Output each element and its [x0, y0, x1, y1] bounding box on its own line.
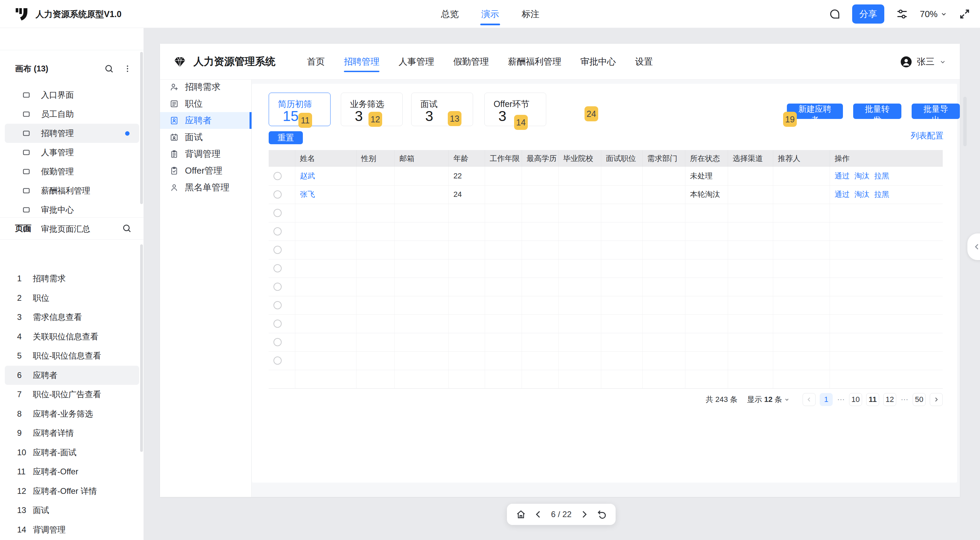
- row-radio[interactable]: [274, 227, 282, 235]
- fullscreen-icon[interactable]: [959, 8, 970, 20]
- next-page-button[interactable]: [930, 393, 943, 406]
- page-item[interactable]: 12应聘者-Offer 详情: [5, 481, 139, 501]
- app-nav-item[interactable]: 假勤管理: [453, 44, 489, 79]
- stat-card[interactable]: 业务筛选312: [341, 93, 402, 126]
- app-sidebar: 招聘需求职位应聘者面试背调管理Offer管理黑名单管理: [160, 79, 251, 497]
- page-item[interactable]: 7职位-职位广告查看: [5, 385, 139, 404]
- next-screen-icon[interactable]: [579, 510, 589, 519]
- stat-card[interactable]: Offer环节314: [484, 93, 546, 126]
- row-action-link[interactable]: 拉黑: [874, 172, 889, 180]
- page-item-label: 应聘者-面试: [33, 447, 76, 458]
- search-icon[interactable]: [122, 223, 132, 233]
- pages-scrollbar[interactable]: [140, 245, 143, 452]
- action-button[interactable]: 批量导出: [912, 103, 960, 119]
- app-sidebar-item[interactable]: 职位: [160, 95, 251, 112]
- more-kebab-icon[interactable]: [123, 64, 132, 73]
- row-radio[interactable]: [274, 283, 282, 291]
- page-button[interactable]: 10: [849, 393, 862, 406]
- canvas-list: 入口界面员工自助招聘管理人事管理假勤管理薪酬福利管理审批中心审批页面汇总: [0, 86, 144, 238]
- candidate-name-link[interactable]: 赵武: [300, 172, 315, 180]
- row-action-link[interactable]: 通过: [835, 172, 850, 180]
- view-tab[interactable]: 总览: [441, 0, 459, 28]
- row-action-link[interactable]: 通过: [835, 190, 850, 199]
- page-item[interactable]: 6应聘者: [5, 366, 139, 385]
- canvas-item[interactable]: 招聘管理: [5, 124, 139, 143]
- page-item[interactable]: 3需求信息查看: [5, 308, 139, 327]
- app-sidebar-item[interactable]: 招聘需求: [160, 79, 251, 95]
- page-item[interactable]: 13面试: [5, 501, 139, 520]
- page-item[interactable]: 1招聘需求: [5, 269, 139, 289]
- row-radio[interactable]: [274, 246, 282, 254]
- canvas-item[interactable]: 入口界面: [5, 86, 139, 105]
- canvas-item-label: 入口界面: [41, 89, 74, 100]
- action-button[interactable]: 新建应聘者19: [787, 103, 843, 119]
- user-menu[interactable]: 张三: [900, 44, 946, 79]
- page-button[interactable]: 1: [820, 393, 833, 406]
- page-size-select[interactable]: 显示 12 条: [747, 394, 790, 405]
- row-radio[interactable]: [274, 209, 282, 217]
- app-sidebar-item[interactable]: 背调管理: [160, 146, 251, 162]
- app-sidebar-item[interactable]: 应聘者: [160, 112, 251, 129]
- settings-sliders-icon[interactable]: [896, 8, 908, 20]
- canvas-item[interactable]: 审批中心: [5, 200, 139, 219]
- page-item[interactable]: 14背调管理: [5, 520, 139, 540]
- canvas-item[interactable]: 假勤管理: [5, 162, 139, 181]
- page-item[interactable]: 10应聘者-面试: [5, 443, 139, 462]
- table-row-empty: [269, 296, 943, 314]
- row-radio[interactable]: [274, 319, 282, 328]
- page-number: 12: [17, 486, 33, 496]
- reset-button[interactable]: 重置: [269, 131, 303, 144]
- view-tab[interactable]: 标注: [522, 0, 539, 28]
- page-item[interactable]: 9应聘者详情: [5, 424, 139, 443]
- row-radio[interactable]: [274, 191, 282, 199]
- app-sidebar-item[interactable]: 黑名单管理: [160, 179, 251, 196]
- view-tab[interactable]: 演示: [481, 0, 499, 28]
- app-sidebar-item[interactable]: 面试: [160, 129, 251, 146]
- row-action-link[interactable]: 淘汰: [854, 190, 870, 199]
- page-item[interactable]: 11应聘者-Offer: [5, 462, 139, 481]
- app-nav-item[interactable]: 薪酬福利管理: [508, 44, 561, 79]
- stat-card[interactable]: 简历初筛1511: [269, 93, 331, 126]
- row-radio[interactable]: [274, 172, 282, 180]
- zoom-control[interactable]: 70%: [920, 9, 947, 19]
- restart-icon[interactable]: [597, 509, 607, 519]
- row-action-link[interactable]: 淘汰: [854, 172, 870, 180]
- app-nav-item[interactable]: 首页: [307, 44, 325, 79]
- list-config-link[interactable]: 列表配置: [911, 130, 943, 141]
- row-action-link[interactable]: 拉黑: [874, 190, 889, 199]
- chevron-down-icon: [940, 11, 947, 17]
- stat-card[interactable]: 面试313: [411, 93, 473, 126]
- row-radio[interactable]: [274, 356, 282, 365]
- share-button[interactable]: 分享: [852, 5, 884, 24]
- status-cell: 未处理: [685, 167, 728, 185]
- row-radio[interactable]: [274, 338, 282, 346]
- app-nav-item[interactable]: 设置: [635, 44, 653, 79]
- canvas-item[interactable]: 薪酬福利管理: [5, 181, 139, 200]
- page-button[interactable]: 50: [913, 393, 926, 406]
- page-button[interactable]: 12: [883, 393, 896, 406]
- row-radio[interactable]: [274, 301, 282, 309]
- comment-icon[interactable]: [829, 8, 840, 20]
- action-button[interactable]: 批量转发: [853, 103, 901, 119]
- page-button[interactable]: 11: [866, 393, 879, 406]
- panel-collapse-handle[interactable]: [967, 233, 980, 260]
- app-nav-item[interactable]: 人事管理: [399, 44, 434, 79]
- page-item[interactable]: 5职位-职位信息查看: [5, 346, 139, 366]
- prev-screen-icon[interactable]: [534, 510, 543, 519]
- row-radio[interactable]: [274, 264, 282, 272]
- prev-page-button[interactable]: [803, 393, 816, 406]
- page-item[interactable]: 2职位: [5, 289, 139, 308]
- app-sidebar-item[interactable]: Offer管理: [160, 162, 251, 179]
- stage-scrollbar[interactable]: [963, 97, 967, 146]
- table-row-empty: [269, 222, 943, 241]
- canvas-item[interactable]: 人事管理: [5, 143, 139, 162]
- canvas-scrollbar[interactable]: [140, 52, 143, 204]
- search-icon[interactable]: [104, 64, 114, 74]
- candidate-name-link[interactable]: 张飞: [300, 190, 315, 199]
- page-item[interactable]: 8应聘者-业务筛选: [5, 404, 139, 424]
- app-nav-item[interactable]: 审批中心: [581, 44, 616, 79]
- app-nav-item[interactable]: 招聘管理: [344, 44, 379, 79]
- canvas-item[interactable]: 员工自助: [5, 105, 139, 124]
- home-icon[interactable]: [516, 509, 526, 519]
- page-item[interactable]: 4关联职位信息查看: [5, 327, 139, 346]
